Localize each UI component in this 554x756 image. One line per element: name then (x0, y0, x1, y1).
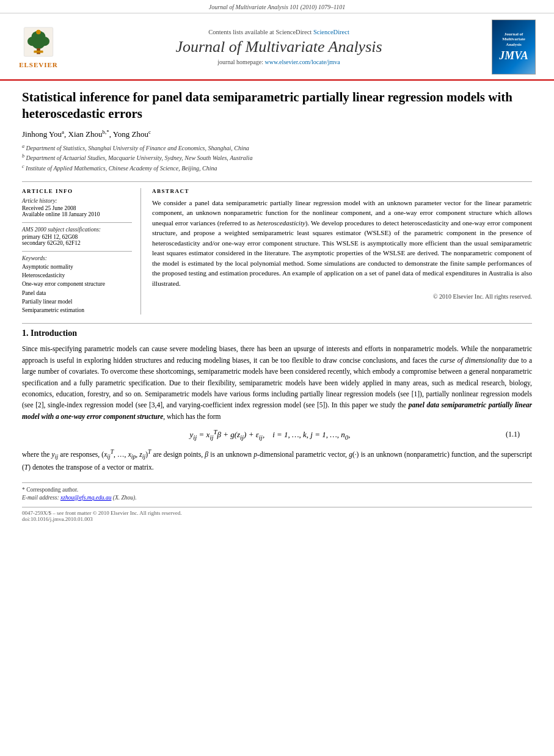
journal-center: Contents lists available at ScienceDirec… (66, 29, 492, 65)
svg-rect-7 (34, 50, 43, 53)
equation-1-1: yij = xijTβ + g(zij) + εij, i = 1, …, k,… (22, 428, 532, 441)
info-abstract-section: ARTICLE INFO Article history: Received 2… (22, 181, 532, 315)
journal-header: ELSEVIER Contents lists available at Sci… (0, 13, 554, 81)
svg-point-4 (32, 38, 45, 48)
info-divider-2 (22, 251, 132, 252)
sciencedirect-link: Contents lists available at ScienceDirec… (66, 29, 492, 35)
sciencedirect-anchor[interactable]: ScienceDirect (313, 29, 349, 35)
affiliations: a Department of Statistics, Shanghai Uni… (22, 143, 532, 173)
journal-citation: Journal of Multivariate Analysis 101 (20… (0, 0, 554, 13)
homepage-url[interactable]: www.elsevier.com/locate/jmva (265, 59, 340, 65)
elsevier-tree-icon (20, 26, 57, 60)
doi-line: doi:10.1016/j.jmva.2010.01.003 (22, 516, 532, 522)
history-label: Article history: (22, 198, 132, 204)
email-note: E-mail address: xzhou@efs.mq.edu.au (X. … (22, 495, 532, 501)
article-title: Statistical inference for panel data sem… (22, 89, 532, 123)
corresponding-author-note: * Corresponding author. (22, 487, 532, 493)
cover-title-text: Journal ofMultivariateAnalysis (502, 32, 525, 47)
bottom-bar: 0047-259X/$ – see front matter © 2010 El… (22, 507, 532, 522)
page: Journal of Multivariate Analysis 101 (20… (0, 0, 554, 756)
article-info-column: ARTICLE INFO Article history: Received 2… (22, 188, 141, 315)
section-divider (22, 323, 532, 324)
journal-homepage: journal homepage: www.elsevier.com/locat… (66, 59, 492, 65)
section-number: 1. (22, 329, 29, 338)
abstract-body: We consider a panel data semiparametric … (152, 198, 532, 289)
cover-abbr: JMVA (499, 49, 528, 62)
keywords-label: Keywords: (22, 255, 132, 261)
journal-cover-image: Journal ofMultivariateAnalysis JMVA (492, 20, 536, 75)
copyright-notice: © 2010 Elsevier Inc. All rights reserved… (152, 293, 532, 300)
authors: Jinhong Youa, Xian Zhoub,*, Yong Zhouc (22, 129, 532, 139)
main-content: Statistical inference for panel data sem… (0, 81, 554, 531)
received-date: Received 25 June 2008 Available online 1… (22, 205, 132, 217)
citation-text: Journal of Multivariate Analysis 101 (20… (209, 4, 346, 10)
elsevier-logo: ELSEVIER (11, 26, 66, 68)
equation-content: yij = xijTβ + g(zij) + εij, i = 1, …, k,… (34, 428, 506, 441)
ams-label: AMS 2000 subject classifications: (22, 227, 132, 233)
footnote-area: * Corresponding author. E-mail address: … (22, 482, 532, 501)
equation-number: (1.1) (506, 430, 520, 439)
intro-paragraph-2: where the yij are responses, (xijT, …, x… (22, 447, 532, 473)
keywords-list: Asymptotic normality Heteroscedasticity … (22, 263, 132, 315)
info-divider (22, 222, 132, 223)
abstract-column: ABSTRACT We consider a panel data semipa… (152, 188, 532, 315)
elsevier-wordmark: ELSEVIER (19, 61, 58, 68)
abstract-heading: ABSTRACT (152, 188, 532, 194)
introduction-heading: 1. Introduction (22, 329, 532, 338)
svg-point-6 (36, 29, 41, 34)
article-info-heading: ARTICLE INFO (22, 188, 132, 194)
journal-title: Journal of Multivariate Analysis (66, 38, 492, 56)
ams-classifications: primary 62H 12, 62G08 secondary 62G20, 6… (22, 234, 132, 246)
section-name: Introduction (31, 329, 77, 338)
email-link[interactable]: xzhou@efs.mq.edu.au (60, 495, 111, 501)
intro-paragraph-1: Since mis-specifying parametric models c… (22, 343, 532, 422)
issn-line: 0047-259X/$ – see front matter © 2010 El… (22, 510, 532, 516)
